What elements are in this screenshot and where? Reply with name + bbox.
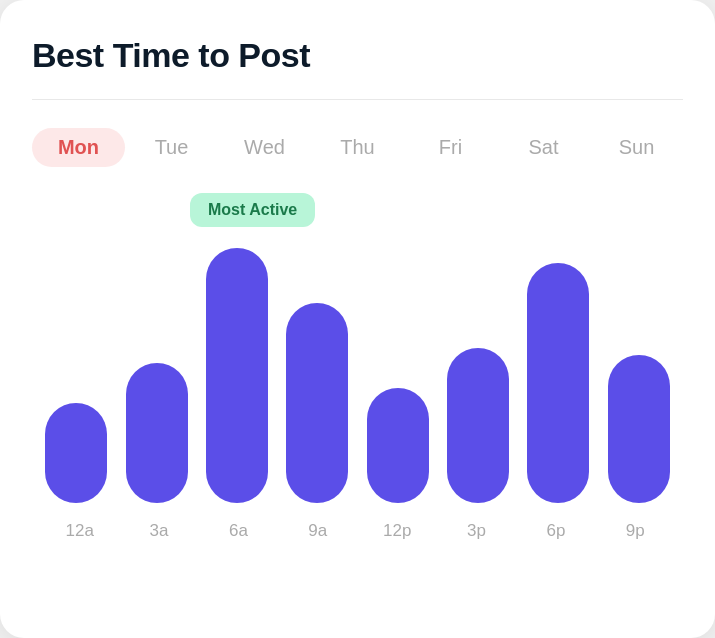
- bar-col: [281, 303, 353, 503]
- day-tab-sat[interactable]: Sat: [497, 128, 590, 167]
- time-label: 9a: [278, 521, 357, 541]
- chart-bar: [447, 348, 509, 503]
- bar-col: [40, 403, 112, 503]
- bar-col: [603, 355, 675, 503]
- divider: [32, 99, 683, 100]
- day-tab-fri[interactable]: Fri: [404, 128, 497, 167]
- bar-col: [362, 388, 434, 503]
- chart-bar: [286, 303, 348, 503]
- chart-bar: [367, 388, 429, 503]
- chart-bar: [45, 403, 107, 503]
- time-label: 12p: [358, 521, 437, 541]
- chart-bar: [527, 263, 589, 503]
- day-tab-thu[interactable]: Thu: [311, 128, 404, 167]
- bar-col: [522, 263, 594, 503]
- time-label: 12a: [40, 521, 119, 541]
- bar-col: [201, 248, 273, 503]
- day-tab-mon[interactable]: Mon: [32, 128, 125, 167]
- bar-col: [120, 363, 192, 503]
- most-active-badge: Most Active: [190, 193, 315, 227]
- time-label: 9p: [596, 521, 675, 541]
- day-tab-wed[interactable]: Wed: [218, 128, 311, 167]
- chart-bar: [126, 363, 188, 503]
- chart-bar: [206, 248, 268, 503]
- page-title: Best Time to Post: [32, 36, 683, 75]
- time-label: 3a: [119, 521, 198, 541]
- time-labels: 12a3a6a9a12p3p6p9p: [32, 503, 683, 541]
- time-label: 6a: [199, 521, 278, 541]
- chart-area: Most Active 12a3a6a9a12p3p6p9p: [32, 203, 683, 606]
- chart-bar: [608, 355, 670, 503]
- time-label: 3p: [437, 521, 516, 541]
- day-tab-tue[interactable]: Tue: [125, 128, 218, 167]
- bar-col: [442, 348, 514, 503]
- bars-container: [32, 203, 683, 503]
- time-label: 6p: [516, 521, 595, 541]
- best-time-card: Best Time to Post MonTueWedThuFriSatSun …: [0, 0, 715, 638]
- day-tabs: MonTueWedThuFriSatSun: [32, 128, 683, 167]
- day-tab-sun[interactable]: Sun: [590, 128, 683, 167]
